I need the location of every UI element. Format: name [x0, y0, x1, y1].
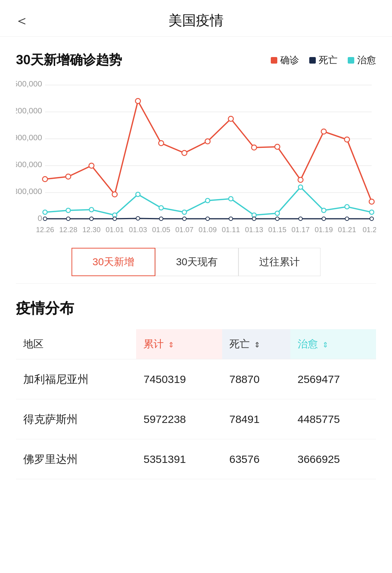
tab-new30[interactable]: 30天新增	[72, 248, 155, 276]
confirmed-dot-9	[252, 145, 257, 150]
recovered-dot-8	[229, 197, 233, 201]
chart-title-row: 30天新增确诊趋势 确诊 死亡 治愈	[16, 51, 376, 69]
recovered-dot-14	[369, 210, 374, 214]
sort-icon-death: ⇕	[254, 341, 260, 349]
recovered-dot-13	[345, 205, 349, 209]
chart-container: 0 300,000 600,000 900,000 1,200,000 1,50…	[16, 78, 376, 238]
death-label: 死亡	[319, 54, 338, 66]
recovered-dot-0	[43, 210, 47, 214]
death-dot-4	[136, 217, 140, 220]
svg-text:12.26: 12.26	[36, 226, 54, 234]
dist-title: 疫情分布	[16, 298, 376, 318]
recovered-dot-1	[66, 208, 70, 213]
recovered-label: 治愈	[357, 54, 376, 66]
col-death[interactable]: 死亡 ⇕	[222, 329, 290, 359]
confirmed-dot-1	[66, 174, 71, 179]
svg-text:12.30: 12.30	[82, 226, 101, 234]
back-button[interactable]: ＜	[15, 13, 29, 28]
table-row: 佛罗里达州 5351391 63576 3666925	[16, 439, 376, 479]
svg-text:01.21: 01.21	[338, 226, 356, 234]
death-dot-12	[322, 217, 326, 221]
svg-text:01.11: 01.11	[222, 226, 240, 234]
svg-text:01.13: 01.13	[245, 226, 263, 234]
chart-section: 30天新增确诊趋势 确诊 死亡 治愈	[0, 37, 392, 283]
confirmed-dot-11	[298, 177, 303, 182]
svg-text:01.17: 01.17	[291, 226, 310, 234]
death-dot	[309, 57, 316, 64]
death-dot-14	[370, 217, 373, 221]
svg-text:01.07: 01.07	[175, 226, 193, 234]
col-region: 地区	[16, 329, 136, 359]
confirmed-dot-13	[344, 137, 350, 142]
table-header-row: 地区 累计 ⇕ 死亡 ⇕ 治愈 ⇕	[16, 329, 376, 359]
cumulative-cell: 5972238	[136, 399, 222, 439]
death-dot-13	[345, 217, 349, 221]
svg-text:01.09: 01.09	[199, 226, 217, 234]
col-cumulative-label: 累计	[143, 338, 164, 350]
distribution-table: 地区 累计 ⇕ 死亡 ⇕ 治愈 ⇕ 加利福尼亚州 7450319 78870 2	[16, 329, 376, 479]
confirmed-dot-10	[275, 144, 280, 149]
table-row: 加利福尼亚州 7450319 78870 2569477	[16, 359, 376, 399]
recovered-dot-5	[159, 206, 163, 210]
svg-text:12.28: 12.28	[59, 226, 77, 234]
death-dot-3	[113, 217, 117, 221]
confirmed-dot-0	[42, 177, 48, 182]
recovered-cell: 2569477	[290, 359, 376, 399]
col-cumulative[interactable]: 累计 ⇕	[136, 329, 222, 359]
svg-text:600,000: 600,000	[16, 160, 42, 169]
confirmed-dot	[271, 57, 277, 64]
distribution-section: 疫情分布 地区 累计 ⇕ 死亡 ⇕ 治愈 ⇕ 加利福尼亚州	[0, 284, 392, 494]
recovered-dot-12	[322, 208, 326, 213]
svg-text:01.01: 01.01	[106, 226, 124, 234]
tab-total[interactable]: 过往累计	[238, 248, 320, 276]
confirmed-dot-8	[228, 116, 233, 121]
confirmed-dot-2	[89, 163, 94, 168]
svg-text:300,000: 300,000	[16, 187, 42, 196]
region-cell: 佛罗里达州	[16, 439, 136, 479]
tab-current30[interactable]: 30天现有	[155, 248, 238, 276]
death-cell: 78870	[222, 359, 290, 399]
svg-text:01.03: 01.03	[129, 226, 147, 234]
region-cell: 加利福尼亚州	[16, 359, 136, 399]
confirmed-dot-5	[159, 141, 164, 146]
sort-icon-cumulative: ⇕	[168, 341, 174, 349]
tab-row: 30天新增 30天现有 过往累计	[16, 248, 376, 276]
confirmed-dot-12	[321, 129, 326, 134]
col-recovered[interactable]: 治愈 ⇕	[290, 329, 376, 359]
confirmed-label: 确诊	[280, 54, 299, 66]
col-death-label: 死亡	[229, 338, 250, 350]
confirmed-dot-7	[205, 139, 210, 144]
recovered-dot-7	[205, 198, 210, 203]
death-dot-9	[252, 217, 256, 221]
recovered-cell: 4485775	[290, 399, 376, 439]
recovered-dot-2	[89, 207, 94, 212]
page-title: 美国疫情	[168, 11, 224, 30]
recovered-cell: 3666925	[290, 439, 376, 479]
death-dot-8	[229, 217, 233, 221]
svg-text:0: 0	[38, 214, 42, 223]
death-dot-11	[299, 217, 302, 221]
recovered-dot	[348, 57, 354, 64]
recovered-dot-4	[136, 192, 140, 197]
cumulative-cell: 7450319	[136, 359, 222, 399]
death-dot-10	[275, 217, 279, 221]
confirmed-dot-3	[112, 192, 117, 197]
col-recovered-label: 治愈	[298, 338, 318, 350]
death-dot-6	[183, 217, 186, 221]
table-row: 得克萨斯州 5972238 78491 4485775	[16, 399, 376, 439]
confirmed-dot-6	[182, 150, 187, 156]
legend-recovered: 治愈	[348, 54, 376, 66]
svg-text:1,500,000: 1,500,000	[16, 79, 42, 88]
death-dot-5	[159, 217, 163, 221]
region-cell: 得克萨斯州	[16, 399, 136, 439]
chart-title: 30天新增确诊趋势	[16, 51, 122, 69]
death-cell: 63576	[222, 439, 290, 479]
recovered-dot-11	[298, 185, 303, 189]
recovered-dot-6	[182, 210, 187, 214]
trend-chart: 0 300,000 600,000 900,000 1,200,000 1,50…	[16, 78, 376, 238]
table-body: 加利福尼亚州 7450319 78870 2569477 得克萨斯州 59722…	[16, 359, 376, 479]
svg-text:900,000: 900,000	[16, 133, 42, 142]
recovered-dot-10	[275, 211, 279, 215]
cumulative-cell: 5351391	[136, 439, 222, 479]
svg-text:01.15: 01.15	[268, 226, 286, 234]
